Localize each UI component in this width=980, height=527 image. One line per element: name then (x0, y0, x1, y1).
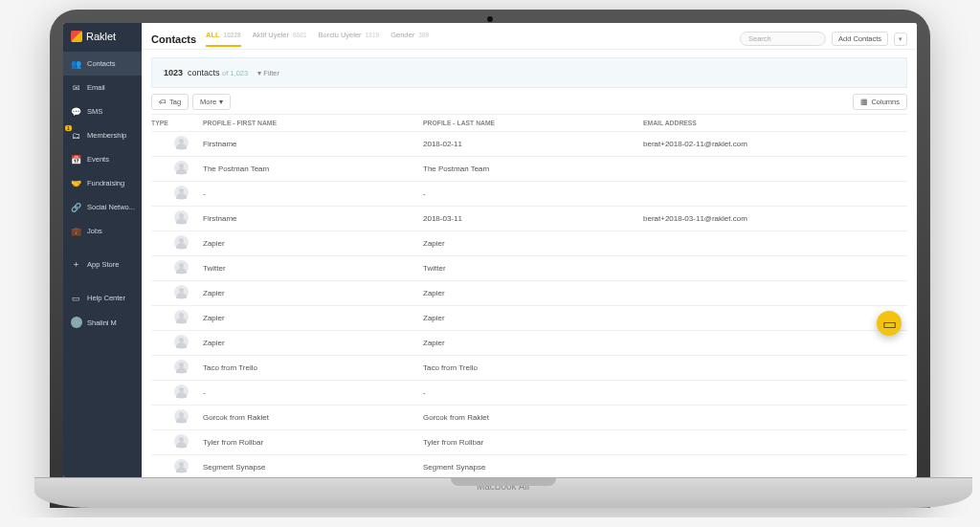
cell-last: Zapier (423, 239, 643, 248)
row-avatar (174, 409, 203, 426)
table-row[interactable]: ZapierZapier (151, 231, 907, 256)
cell-email: berat+2018-02-11@raklet.com (643, 140, 907, 148)
cell-first: Firstname (203, 214, 423, 223)
person-icon (174, 409, 189, 424)
table-row[interactable]: Firstname2018-02-11berat+2018-02-11@rakl… (151, 132, 907, 157)
cell-first: Zapier (203, 314, 423, 322)
table-row[interactable]: Tyler from RollbarTyler from Rollbar (151, 430, 907, 455)
row-avatar (174, 210, 203, 227)
summary-bar: 1023 contacts of 1,023 ▾ Filter (151, 57, 907, 88)
help-fab[interactable]: ▭ (877, 311, 902, 336)
cell-last: Tyler from Rollbar (423, 438, 643, 447)
sidebar-item-fundraising[interactable]: 🤝Fundraising (63, 171, 142, 195)
cell-last: - (423, 189, 643, 198)
cell-first: Twitter (203, 264, 423, 273)
cell-first: The Postman Team (203, 165, 423, 173)
sidebar-item-events[interactable]: 📅Events (63, 147, 142, 171)
table-row[interactable]: ZapierZapier (151, 331, 907, 356)
tab-borclu-uyeler[interactable]: Borclu Uyeler 1819 (319, 31, 380, 47)
sidebar-item-app-store[interactable]: ＋App Store (63, 253, 142, 276)
table-row[interactable]: Firstname2018-03-11berat+2018-03-11@rakl… (151, 207, 907, 231)
sidebar-item-label: Email (87, 83, 105, 92)
filter-button[interactable]: ▾ Filter (257, 69, 279, 77)
more-button[interactable]: More ▾ (192, 94, 231, 110)
table-row[interactable]: -- (151, 182, 907, 207)
nav-icon: 🤝 (71, 178, 81, 188)
summary-of: of 1,023 (222, 69, 248, 77)
person-icon (174, 360, 189, 374)
sidebar-item-membership[interactable]: 1🗂Membership (63, 123, 142, 147)
brand-mark-icon (71, 31, 82, 42)
sidebar: Raklet 👥Contacts✉Email💬SMS1🗂Membership📅E… (63, 23, 142, 477)
sidebar-item-social-netwo-[interactable]: 🔗Social Netwo... (63, 195, 142, 219)
laptop-notch (451, 478, 556, 486)
cell-last: 2018-03-11 (423, 214, 643, 223)
summary-count: 1023 (164, 68, 183, 77)
table-row[interactable]: The Postman TeamThe Postman Team (151, 157, 907, 182)
sidebar-item-label: App Store (87, 260, 119, 269)
brand-name: Raklet (86, 31, 116, 42)
table-row[interactable]: ZapierZapier (151, 281, 907, 306)
add-contacts-caret[interactable]: ▾ (894, 33, 907, 46)
row-avatar (174, 136, 203, 152)
sidebar-item-sms[interactable]: 💬SMS (63, 99, 142, 123)
sidebar-item-label: Membership (87, 131, 126, 140)
sidebar-item-label: Events (87, 155, 109, 164)
topbar: Contacts ALL 10228Aktif Uyeler 8681Borcl… (142, 23, 917, 50)
row-avatar (174, 161, 203, 177)
user-name: Shalini M (87, 318, 117, 327)
sidebar-item-jobs[interactable]: 💼Jobs (63, 219, 142, 243)
table-row[interactable]: Gorcok from RakletGorcok from Raklet (151, 406, 907, 430)
nav-icon: 💼 (71, 226, 81, 236)
table-row[interactable]: ZapierZapier (151, 306, 907, 331)
col-email: EMAIL ADDRESS (643, 120, 907, 126)
brand-logo: Raklet (63, 23, 142, 52)
nav-icon: 👥 (71, 58, 81, 69)
cell-first: Zapier (203, 239, 423, 248)
cell-last: 2018-02-11 (423, 140, 643, 148)
nav-icon: 📅 (71, 154, 81, 165)
search-input[interactable]: Search (740, 32, 826, 46)
laptop-base: MacBook Air (34, 477, 972, 508)
tab-all[interactable]: ALL 10228 (206, 31, 241, 47)
sidebar-user[interactable]: Shalini M (63, 310, 142, 335)
add-contacts-button[interactable]: Add Contacts (832, 32, 888, 46)
table-row[interactable]: Taco from TrelloTaco from Trello (151, 356, 907, 381)
tag-button[interactable]: 🏷 Tag (151, 94, 189, 110)
columns-button[interactable]: ▦ Columns (853, 94, 907, 110)
book-icon: ▭ (71, 293, 81, 303)
table-row[interactable]: -- (151, 381, 907, 406)
person-icon (174, 235, 189, 250)
person-icon (174, 384, 189, 399)
filter-tabs: ALL 10228Aktif Uyeler 8681Borclu Uyeler … (206, 31, 429, 47)
sidebar-item-label: Social Netwo... (87, 203, 135, 211)
tab-aktif-uyeler[interactable]: Aktif Uyeler 8681 (253, 31, 307, 47)
cell-first: - (203, 189, 423, 198)
row-avatar (174, 335, 203, 351)
row-avatar (174, 310, 203, 326)
person-icon (174, 459, 189, 473)
person-icon (174, 310, 189, 324)
row-avatar (174, 384, 203, 401)
nav-icon: ✉ (71, 82, 81, 93)
cell-first: - (203, 388, 423, 397)
table-row[interactable]: Segment SynapseSegment Synapse (151, 455, 907, 477)
col-first: PROFILE - FIRST NAME (203, 120, 423, 126)
col-last: PROFILE - LAST NAME (423, 120, 643, 126)
sidebar-item-help[interactable]: ▭ Help Center (63, 286, 142, 310)
cell-first: Tyler from Rollbar (203, 438, 423, 447)
person-icon (174, 335, 189, 349)
cell-last: Zapier (423, 314, 643, 322)
person-icon (174, 285, 189, 299)
cell-first: Segment Synapse (203, 463, 423, 472)
nav-icon: 🗂 (71, 130, 81, 141)
sidebar-item-contacts[interactable]: 👥Contacts (63, 52, 142, 76)
sidebar-item-label: SMS (87, 107, 102, 116)
sidebar-item-email[interactable]: ✉Email (63, 76, 142, 99)
cell-first: Taco from Trello (203, 363, 423, 372)
row-avatar (174, 360, 203, 376)
cell-first: Gorcok from Raklet (203, 413, 423, 422)
cell-first: Firstname (203, 140, 423, 148)
tab-gender[interactable]: Gender 389 (390, 31, 429, 47)
table-row[interactable]: TwitterTwitter (151, 256, 907, 281)
